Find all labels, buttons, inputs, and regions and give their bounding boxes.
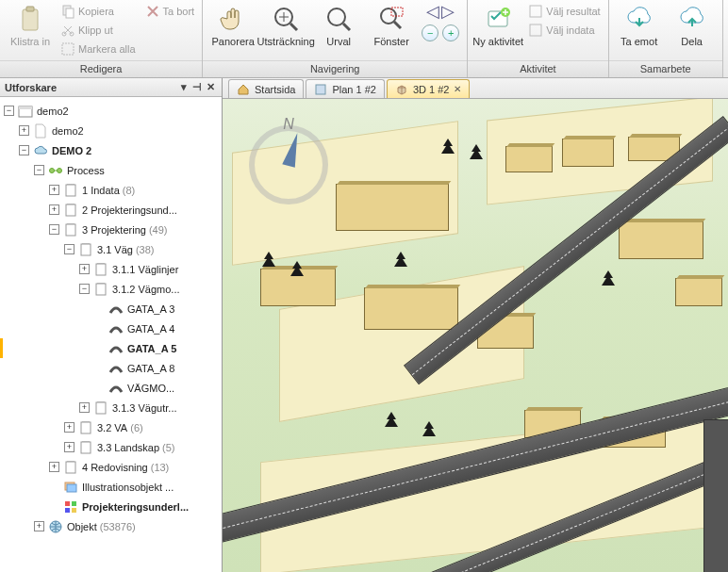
- new-activity-button[interactable]: Ny aktivitet: [472, 2, 524, 49]
- notebook-icon: [63, 460, 78, 475]
- svg-rect-32: [72, 501, 76, 506]
- delete-icon: [145, 4, 160, 19]
- viewport: Startsida Plan 1 #2 3D 1 #2 ✕: [223, 78, 728, 572]
- delete-button[interactable]: Ta bort: [141, 2, 199, 21]
- tree-vaglinjer[interactable]: + 3.1.1 Väglinjer: [0, 259, 222, 279]
- project-tree: − demo2 + demo2 − DEMO 2 − Process +: [0, 97, 222, 572]
- notebook-icon: [78, 440, 93, 455]
- cube-icon: [395, 83, 408, 96]
- new-activity-label: Ny aktivitet: [472, 36, 523, 47]
- delete-label: Ta bort: [163, 6, 195, 17]
- tree-vagmo[interactable]: − 3.1.2 Vägmo...: [0, 279, 222, 299]
- tree-indata[interactable]: + 1 Indata (8): [0, 180, 222, 200]
- tree-landskap[interactable]: + 3.3 Landskap (5): [0, 437, 222, 457]
- ribbon-group-edit: Klistra in Kopiera Klipp ut Markera alla: [0, 0, 203, 77]
- panel-dropdown-icon[interactable]: ▾: [177, 81, 190, 93]
- choose-input-button[interactable]: Välj indata: [524, 21, 604, 40]
- notebook-icon: [93, 262, 108, 277]
- notebook-icon: [63, 183, 78, 198]
- choose-result-button[interactable]: Välj resultat: [524, 2, 604, 21]
- plan-icon: [314, 83, 327, 96]
- svg-rect-21: [66, 224, 75, 236]
- nav-back-button[interactable]: ◁: [426, 2, 439, 21]
- receive-button[interactable]: Ta emot: [613, 2, 666, 49]
- cloud-down-icon: [624, 4, 654, 34]
- tab-close-icon[interactable]: ✕: [454, 84, 461, 94]
- svg-rect-25: [96, 402, 106, 414]
- cut-label: Klipp ut: [78, 25, 113, 36]
- choose-result-label: Välj resultat: [546, 6, 600, 17]
- tab-startsida[interactable]: Startsida: [228, 79, 304, 98]
- globe-icon: [48, 519, 63, 534]
- tree-root[interactable]: − demo2: [0, 101, 222, 121]
- zoom-selection-button[interactable]: Urval: [312, 2, 365, 49]
- receive-label: Ta emot: [620, 36, 657, 47]
- select-all-button[interactable]: Markera alla: [57, 40, 140, 58]
- nav-forward-button[interactable]: ▷: [441, 2, 455, 21]
- tab-3d[interactable]: 3D 1 #2 ✕: [387, 79, 471, 98]
- tree-process[interactable]: − Process: [0, 160, 222, 180]
- tree-demo2-cloud[interactable]: − DEMO 2: [0, 140, 222, 160]
- svg-rect-26: [81, 422, 91, 433]
- pan-button[interactable]: Panorera: [207, 2, 259, 49]
- svg-rect-23: [96, 264, 106, 275]
- cut-button[interactable]: Klipp ut: [57, 21, 140, 40]
- svg-rect-27: [81, 442, 91, 453]
- tree-gata3[interactable]: GATA_A 3: [0, 299, 222, 319]
- compass-widget[interactable]: N: [241, 118, 336, 212]
- svg-rect-31: [65, 501, 70, 506]
- tab-3d-label: 3D 1 #2: [413, 84, 450, 95]
- tree-redovisning[interactable]: + 4 Redovisning (13): [0, 457, 222, 477]
- notebook-icon: [93, 400, 108, 416]
- tree-projekteringsunderl[interactable]: Projekteringsunderl...: [0, 497, 222, 516]
- tree-gata5[interactable]: GATA_A 5: [0, 338, 222, 358]
- svg-rect-19: [66, 185, 75, 196]
- tree-demo2-file[interactable]: + demo2: [0, 121, 222, 140]
- new-activity-icon: [483, 4, 513, 34]
- svg-rect-30: [67, 484, 76, 492]
- tree-objekt[interactable]: + Objekt (53876): [0, 516, 222, 536]
- zoom-window-label: Fönster: [374, 36, 409, 47]
- svg-rect-28: [66, 462, 75, 473]
- paste-button[interactable]: Klistra in: [4, 2, 57, 49]
- svg-rect-10: [391, 8, 403, 16]
- tree-vag[interactable]: − 3.1 Väg (38): [0, 239, 222, 259]
- ribbon-group-collab: Ta emot Dela Samarbete: [609, 0, 723, 77]
- hand-icon: [218, 4, 248, 34]
- ribbon-group-navigate: Panorera Utsträckning Urval Fönster ◁ ▷: [203, 0, 468, 77]
- paste-label: Klistra in: [10, 36, 50, 47]
- ribbon-group-navigate-label: Navigering: [203, 60, 467, 77]
- layers-color-icon: [63, 499, 78, 515]
- extent-button[interactable]: Utsträckning: [259, 2, 312, 49]
- file-icon: [33, 123, 48, 139]
- road-icon: [108, 302, 124, 317]
- tab-plan-label: Plan 1 #2: [332, 84, 375, 95]
- svg-rect-14: [530, 25, 541, 36]
- tree-projektering[interactable]: − 3 Projektering (49): [0, 220, 222, 239]
- zoom-window-button[interactable]: Fönster: [365, 2, 418, 49]
- tree-projekteringsund[interactable]: + 2 Projekteringsund...: [0, 200, 222, 220]
- process-icon: [48, 163, 63, 178]
- share-label: Dela: [681, 36, 703, 47]
- panel-pin-icon[interactable]: ⊣: [190, 81, 204, 93]
- panel-close-icon[interactable]: ✕: [204, 81, 217, 93]
- extent-label: Utsträckning: [257, 36, 315, 47]
- tree-vagutr[interactable]: + 3.1.3 Vägutr...: [0, 398, 222, 417]
- svg-rect-3: [66, 8, 74, 18]
- zoom-out-button[interactable]: −: [422, 25, 438, 41]
- zoom-window-icon: [376, 4, 406, 34]
- svg-point-18: [58, 168, 62, 172]
- tree-gata4[interactable]: GATA_A 4: [0, 319, 222, 338]
- cloud-icon: [33, 143, 48, 158]
- tab-plan[interactable]: Plan 1 #2: [306, 79, 384, 98]
- copy-button[interactable]: Kopiera: [57, 2, 140, 21]
- 3d-canvas[interactable]: N: [223, 99, 728, 572]
- svg-point-8: [328, 8, 345, 25]
- zoom-in-button[interactable]: +: [442, 25, 459, 41]
- tree-illustration[interactable]: Illustrationsobjekt ...: [0, 477, 222, 497]
- tree-va[interactable]: + 3.2 VA (6): [0, 417, 222, 437]
- svg-rect-22: [81, 244, 91, 255]
- tree-gata8[interactable]: GATA_A 8: [0, 358, 222, 378]
- share-button[interactable]: Dela: [666, 2, 719, 49]
- tree-vagmo-item[interactable]: VÄGMO...: [0, 378, 222, 398]
